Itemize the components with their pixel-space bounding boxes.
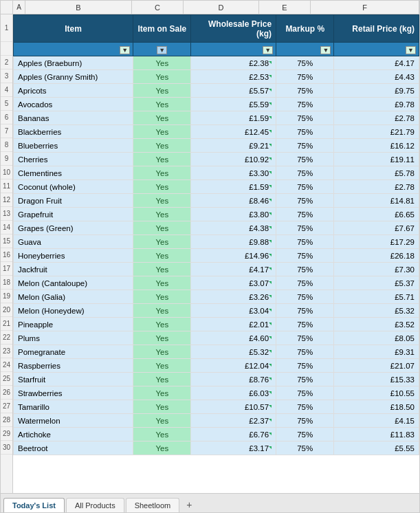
row-num-24: 24 (1, 358, 12, 372)
tri-indicator (269, 295, 272, 298)
cell-item: Apricots (14, 84, 133, 98)
tab-bar: Today's List All Products Sheetloom + (1, 493, 419, 512)
cell-wholesale: £4.60 (191, 331, 276, 345)
cell-wholesale: £8.46 (191, 194, 276, 208)
table-row: CherriesYes£10.9275%£19.11 (14, 153, 419, 166)
tab-todays-list[interactable]: Today's List (3, 498, 65, 512)
cell-sale: Yes (133, 221, 191, 235)
col-header-C: C (132, 1, 184, 14)
tab-all-products[interactable]: All Products (66, 498, 124, 512)
table-row: Melon (Honeydew)Yes£3.0475%£5.32 (14, 304, 419, 318)
row-num-19: 19 (1, 290, 12, 303)
cell-wholesale: £6.03 (191, 386, 276, 400)
filter-wholesale: ▼ (191, 43, 276, 56)
cell-sale: Yes (133, 180, 191, 194)
filter-icon-sale[interactable]: ▼ (157, 46, 167, 54)
cell-item: Plums (14, 331, 133, 345)
cell-retail: £6.65 (334, 208, 419, 221)
tri-indicator (269, 419, 272, 422)
cell-markup: 75% (276, 441, 334, 455)
cell-wholesale: £4.17 (191, 263, 276, 276)
cell-markup: 75% (276, 331, 334, 345)
header-item: Item (14, 15, 133, 43)
cell-sale: Yes (133, 139, 191, 153)
cell-retail: £10.55 (334, 386, 419, 400)
tri-indicator (269, 89, 272, 91)
row-num-14: 14 (1, 221, 12, 234)
header-markup: Markup % (276, 15, 334, 43)
cell-sale: Yes (133, 290, 191, 304)
table-row: Apples (Braeburn)Yes£2.3875%£4.17 (14, 56, 419, 70)
table-row: Grapes (Green)Yes£4.3875%£7.67 (14, 221, 419, 235)
cell-retail: £4.43 (334, 70, 419, 84)
table-row: GrapefruitYes£3.8075%£6.65 (14, 208, 419, 221)
cell-retail: £7.67 (334, 221, 419, 235)
cell-retail: £18.50 (334, 400, 419, 414)
cell-retail: £19.11 (334, 153, 419, 166)
data-table-wrapper: Item Item on Sale Wholesale Price (kg) M… (13, 14, 419, 493)
cell-item: Starfruit (14, 373, 133, 386)
cell-wholesale: £12.45 (191, 125, 276, 139)
cell-sale: Yes (133, 235, 191, 249)
col-header-B: B (25, 1, 132, 14)
tri-indicator (269, 446, 272, 449)
tri-indicator (269, 171, 272, 174)
cell-wholesale: £6.76 (191, 428, 276, 441)
filter-icon-wholesale[interactable]: ▼ (263, 46, 273, 54)
row-num-7: 7 (1, 124, 12, 138)
cell-sale: Yes (133, 359, 191, 373)
row-num-25: 25 (1, 372, 12, 386)
cell-wholesale: £10.57 (191, 400, 276, 414)
cell-markup: 75% (276, 166, 334, 180)
cell-wholesale: £14.96 (191, 249, 276, 263)
cell-retail: £8.05 (334, 331, 419, 345)
cell-retail: £16.12 (334, 139, 419, 153)
filter-icon-retail[interactable]: ▼ (406, 46, 416, 54)
cell-sale: Yes (133, 249, 191, 263)
row-num-9: 9 (1, 152, 12, 166)
cell-sale: Yes (133, 318, 191, 331)
row-num-27: 27 (1, 400, 12, 413)
table-row: TamarilloYes£10.5775%£18.50 (14, 400, 419, 414)
tri-indicator (269, 378, 272, 380)
cell-item: Apples (Granny Smith) (14, 70, 133, 84)
filter-icon-markup[interactable]: ▼ (320, 46, 331, 54)
cell-wholesale: £9.21 (191, 139, 276, 153)
cell-markup: 75% (276, 290, 334, 304)
filter-icon-item[interactable]: ▼ (120, 46, 130, 54)
cell-item: Jackfruit (14, 263, 133, 276)
cell-markup: 75% (276, 428, 334, 441)
table-row: JackfruitYes£4.1775%£7.30 (14, 263, 419, 276)
cell-sale: Yes (133, 153, 191, 166)
cell-retail: £26.18 (334, 249, 419, 263)
cell-item: Guava (14, 235, 133, 249)
cell-sale: Yes (133, 208, 191, 221)
tab-add-button[interactable]: + (181, 497, 197, 512)
cell-item: Coconut (whole) (14, 180, 133, 194)
cell-item: Strawberries (14, 386, 133, 400)
cell-markup: 75% (276, 386, 334, 400)
filter-markup: ▼ (276, 43, 334, 56)
table-row: BlueberriesYes£9.2175%£16.12 (14, 139, 419, 153)
cell-sale: Yes (133, 304, 191, 318)
tab-sheetloom[interactable]: Sheetloom (126, 498, 180, 512)
cell-sale: Yes (133, 98, 191, 111)
cell-retail: £5.78 (334, 166, 419, 180)
cell-wholesale: £2.37 (191, 414, 276, 428)
table-row: PlumsYes£4.6075%£8.05 (14, 331, 419, 345)
cell-markup: 75% (276, 414, 334, 428)
table-row: GuavaYes£9.8875%£17.29 (14, 235, 419, 249)
tri-indicator (269, 268, 272, 270)
cell-markup: 75% (276, 345, 334, 359)
cell-item: Blackberries (14, 125, 133, 139)
col-header-empty (1, 1, 13, 14)
cell-sale: Yes (133, 331, 191, 345)
table-header-row: Item Item on Sale Wholesale Price (kg) M… (14, 15, 419, 43)
cell-retail: £5.71 (334, 290, 419, 304)
cell-wholesale: £3.04 (191, 304, 276, 318)
cell-item: Blueberries (14, 139, 133, 153)
row-num-12: 12 (1, 193, 12, 207)
cell-wholesale: £2.38 (191, 56, 276, 70)
cell-item: Melon (Cantaloupe) (14, 276, 133, 290)
tri-indicator (269, 433, 272, 435)
